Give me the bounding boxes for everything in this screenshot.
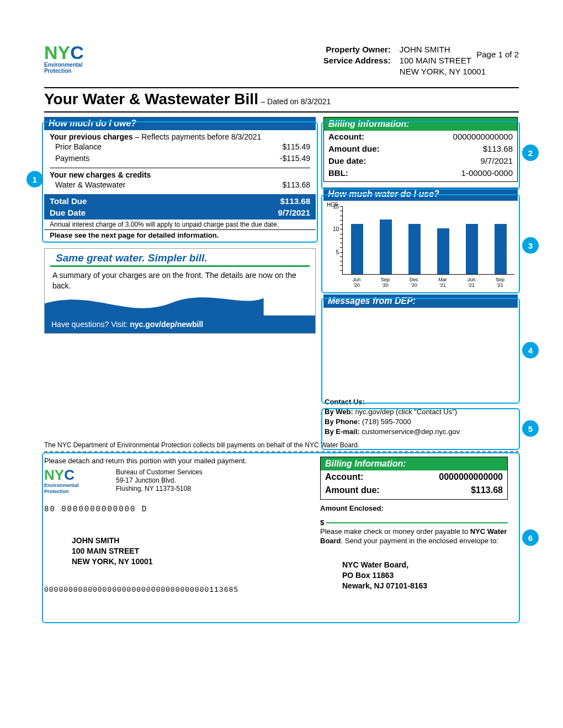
amount-due-value: $113.68	[483, 143, 513, 155]
promo-title: Same great water. Simpler bill.	[50, 249, 310, 267]
chart-xtick: Jun'20	[346, 277, 368, 288]
bill-title: Your Water & Wastewater Bill	[44, 90, 258, 108]
service-label: Service Address:	[323, 55, 391, 66]
chart-xtick: Sep'21	[489, 277, 511, 288]
header: NYC EnvironmentalProtection Property Own…	[44, 44, 519, 77]
owner-name: JOHN SMITH	[400, 44, 486, 55]
logo-subtext: EnvironmentalProtection	[44, 62, 110, 74]
ocr-line-1: 80 0000000000000 D	[44, 505, 298, 513]
bill-page: Page 1 of 2 NYC EnvironmentalProtection …	[0, 0, 563, 728]
usage-chart: HCF 51015Jun'20Sep'20Dec'20Mar'21Jun'21S…	[323, 201, 518, 289]
mail-line1: NYC Water Board,	[342, 560, 508, 570]
amount-due-label: Amount due:	[328, 143, 379, 155]
stub-addr1: 100 MAIN STREET	[72, 546, 298, 556]
callout-3: 3	[522, 237, 539, 254]
ww-value: $113.68	[282, 179, 310, 191]
owner-block: Property Owner: Service Address: JOHN SM…	[323, 44, 486, 77]
title-row: Your Water & Wastewater Bill – Dated on …	[44, 87, 519, 113]
promo-footer: Have questions? Visit: nyc.gov/dep/newbi…	[45, 315, 315, 333]
chart-xtick: Jun'21	[460, 277, 482, 288]
nyc-logo-icon: NYC	[44, 44, 110, 61]
promo-box: Same great water. Simpler bill. A summar…	[44, 248, 316, 334]
callout-6: 6	[522, 529, 539, 546]
bureau-line2: 59-17 Junction Blvd.	[116, 477, 203, 485]
dollar-sign: $	[320, 518, 324, 527]
stub-logo: NYC EnvironmentalProtection	[44, 468, 110, 495]
web-value: nyc.gov/dep (click "Contact Us")	[355, 408, 457, 416]
payments-label: Payments	[50, 153, 89, 164]
chart-ytick: 15	[331, 204, 339, 210]
chart-bar	[495, 224, 507, 274]
owner-addr1: 100 MAIN STREET	[400, 55, 486, 66]
stub-billing-box: Billing Information: Account:00000000000…	[320, 457, 508, 500]
email-value: customerservice@dep.nyc.gov	[362, 427, 460, 436]
chart-bar	[408, 224, 421, 274]
promo-text: A summary of your charges are on the fro…	[45, 270, 315, 291]
new-charges-label: Your new charges & credits	[50, 170, 310, 179]
ocr-line-2: 0000000000000000000000000000000000113685	[44, 586, 298, 594]
amount-enclosed-label: Amount Enclosed:	[320, 504, 508, 512]
stub-addr2: NEW YORK, NY 10001	[72, 556, 298, 567]
interest-note: Annual interest charge of 3.00% will app…	[44, 220, 316, 230]
amount-enclosed-line[interactable]	[326, 513, 508, 523]
stub-billing-header: Billing Information:	[321, 457, 507, 470]
mail-line2: PO Box 11863	[342, 570, 508, 581]
callout-4: 4	[522, 342, 539, 358]
usage-header: How much water do I use?	[323, 188, 518, 201]
bureau-line3: Flushing, NY 11373-5108	[116, 485, 203, 493]
owe-header: How much do I owe?	[44, 117, 316, 130]
stub-account-label: Account:	[325, 470, 363, 484]
callout-1: 1	[26, 171, 43, 188]
total-due-value: $113.68	[280, 195, 310, 207]
due-date-value2: 9/7/2021	[481, 155, 513, 167]
contact-title: Contact Us:	[325, 397, 517, 407]
callout-2: 2	[522, 144, 539, 161]
phone-value: (718) 595-7000	[362, 417, 411, 426]
payment-stub: Please detach and return this portion wi…	[44, 457, 519, 594]
chart-xtick: Dec'20	[403, 277, 425, 288]
stub-amount-label: Amount due:	[325, 484, 380, 497]
right-column: Billing information: Account:00000000000…	[323, 117, 518, 438]
due-date-value: 9/7/2021	[278, 207, 310, 218]
email-label: By E-mail:	[325, 427, 362, 436]
billing-header: Billing information:	[324, 117, 517, 131]
chart-bar	[351, 224, 363, 274]
billing-info-box: Billing information: Account:00000000000…	[323, 117, 518, 182]
left-column: How much do I owe? Your previous charges…	[44, 117, 316, 438]
prior-balance-value: $115.49	[282, 141, 310, 153]
usage-box: How much water do I use? HCF 51015Jun'20…	[323, 188, 518, 289]
payments-value: -$115.49	[280, 153, 310, 164]
contact-box: Contact Us: By Web: nyc.gov/dep (click "…	[323, 396, 518, 438]
bill-dated: – Dated on 8/3/2021	[261, 97, 331, 106]
bbl-label: BBL:	[328, 167, 348, 179]
bureau-line1: Bureau of Customer Services	[116, 468, 203, 477]
due-date-label2: Due date:	[328, 155, 366, 167]
chart-xtick: Mar'21	[432, 277, 454, 288]
chart-ytick: 10	[331, 226, 339, 232]
account-label: Account:	[328, 131, 364, 143]
prev-charges: Your previous charges – Reflects payment…	[50, 132, 310, 141]
mail-line3: Newark, NJ 07101-8163	[342, 581, 508, 591]
perforation-line	[44, 451, 519, 452]
prior-balance-label: Prior Balance	[50, 141, 102, 153]
messages-box: Messages from DEP:	[323, 295, 518, 388]
chart-bar	[437, 228, 449, 274]
wave-icon	[44, 289, 264, 317]
callout-5: 5	[522, 420, 539, 437]
chart-ytick: 5	[331, 249, 339, 255]
nyc-logo-icon: NYC	[44, 468, 110, 481]
account-value: 0000000000000	[453, 131, 513, 143]
bbl-value: 1-00000-0000	[461, 167, 513, 179]
web-label: By Web:	[325, 408, 355, 416]
chart-bar	[466, 224, 478, 274]
total-due-label: Total Due	[50, 195, 87, 207]
stub-top-note: The NYC Department of Environmental Prot…	[44, 441, 519, 449]
page-number: Page 1 of 2	[476, 50, 519, 59]
stub-amount-value: $113.68	[471, 484, 503, 497]
see-next-note: Please see the next page for detailed in…	[44, 230, 316, 243]
stub-name: JOHN SMITH	[72, 536, 298, 546]
due-date-label: Due Date	[50, 207, 86, 218]
payable-note: Please make check or money order payable…	[320, 527, 508, 545]
chart-bar	[380, 220, 392, 274]
owner-label: Property Owner:	[323, 44, 391, 55]
